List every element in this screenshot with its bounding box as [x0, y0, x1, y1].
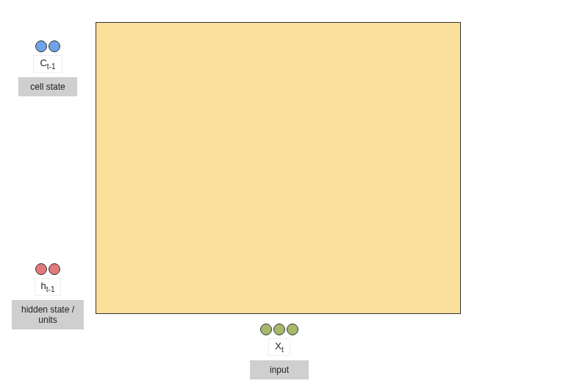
vector-circle-icon: [273, 324, 285, 335]
input-symbol: Xt: [268, 338, 290, 356]
hidden-state-label: hidden state / units: [12, 300, 84, 330]
input-node: Xt input: [243, 324, 316, 379]
cell-state-symbol: Ct-1: [33, 55, 62, 73]
vector-circle-icon: [35, 263, 47, 275]
symbol-sub: t: [282, 346, 284, 354]
vector-circle-icon: [287, 324, 298, 335]
vector-circle-icon: [260, 324, 272, 335]
symbol-main: h: [41, 280, 46, 291]
lstm-cell-box: [96, 22, 461, 314]
input-circles: [243, 324, 316, 335]
cell-state-node: Ct-1 cell state: [15, 40, 81, 96]
vector-circle-icon: [49, 263, 60, 275]
cell-state-label: cell state: [18, 77, 77, 96]
symbol-main: C: [40, 57, 46, 68]
symbol-sub: t-1: [46, 285, 55, 293]
hidden-state-symbol: ht-1: [35, 278, 62, 296]
hidden-state-circles: [12, 263, 84, 275]
symbol-sub: t-1: [47, 63, 56, 71]
hidden-state-node: ht-1 hidden state / units: [12, 263, 84, 329]
symbol-main: X: [275, 340, 282, 351]
vector-circle-icon: [35, 40, 47, 52]
cell-state-circles: [15, 40, 81, 52]
input-label: input: [250, 360, 309, 379]
vector-circle-icon: [49, 40, 60, 52]
